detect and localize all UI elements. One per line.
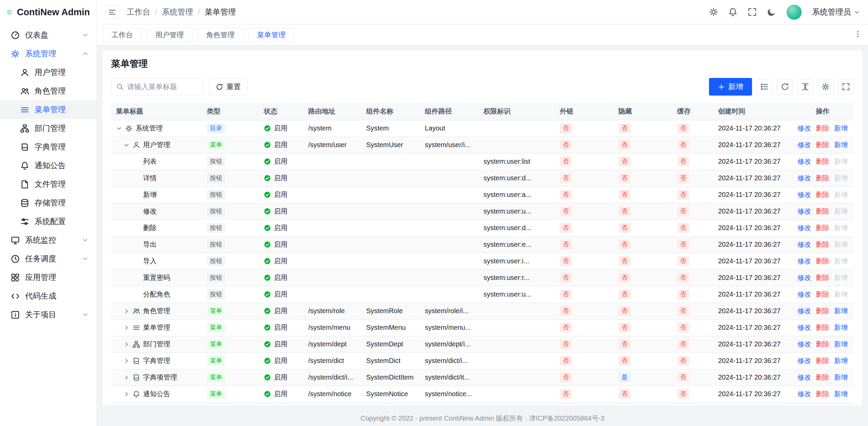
modify-link[interactable]: 修改 — [797, 389, 811, 399]
modify-link[interactable]: 修改 — [797, 340, 811, 349]
tab-more-button[interactable] — [854, 30, 862, 39]
fullscreen-icon[interactable] — [748, 7, 757, 17]
add-link[interactable]: 新增 — [834, 323, 848, 332]
sidebar-subitem[interactable]: 存储管理 — [0, 194, 97, 212]
delete-link[interactable]: 删除 — [816, 240, 829, 249]
delete-link[interactable]: 删除 — [816, 174, 829, 183]
add-button[interactable]: 新增 — [709, 78, 752, 96]
modify-link[interactable]: 修改 — [797, 157, 811, 166]
modify-link[interactable]: 修改 — [797, 356, 811, 365]
user-menu[interactable]: 系统管理员 — [812, 7, 860, 17]
add-link[interactable]: 新增 — [834, 124, 848, 133]
sidebar-item[interactable]: 仪表盘 — [0, 26, 97, 44]
search-input[interactable] — [127, 83, 198, 91]
add-link[interactable]: 新增 — [834, 190, 848, 199]
sidebar-subitem[interactable]: 用户管理 — [0, 63, 97, 82]
chevron-right-icon[interactable] — [123, 308, 130, 314]
modify-link[interactable]: 修改 — [797, 174, 811, 183]
refresh-button[interactable] — [777, 79, 793, 95]
breadcrumb-item[interactable]: 工作台 — [127, 7, 150, 17]
delete-link[interactable]: 删除 — [816, 373, 829, 382]
delete-link[interactable]: 删除 — [816, 290, 829, 299]
modify-link[interactable]: 修改 — [797, 124, 811, 133]
list-view-button[interactable] — [757, 79, 772, 95]
sidebar-item[interactable]: 系统管理 — [0, 44, 97, 63]
chevron-right-icon[interactable] — [123, 391, 130, 397]
modify-link[interactable]: 修改 — [797, 223, 811, 232]
line-height-button[interactable] — [797, 79, 813, 95]
modify-link[interactable]: 修改 — [797, 323, 811, 332]
add-link[interactable]: 新增 — [834, 290, 848, 299]
collapse-sidebar-button[interactable] — [105, 5, 119, 19]
chevron-right-icon[interactable] — [123, 325, 130, 331]
sidebar-subitem[interactable]: 文件管理 — [0, 175, 97, 194]
sidebar-subitem[interactable]: 角色管理 — [0, 82, 97, 100]
add-link[interactable]: 新增 — [834, 223, 848, 232]
sidebar-subitem[interactable]: 菜单管理 — [0, 100, 97, 119]
add-link[interactable]: 新增 — [834, 306, 848, 316]
sidebar-item[interactable]: 应用管理 — [0, 268, 97, 287]
breadcrumb-item[interactable]: 系统管理 — [162, 7, 193, 17]
modify-link[interactable]: 修改 — [797, 290, 811, 299]
chevron-down-icon[interactable] — [116, 125, 122, 131]
avatar[interactable] — [786, 4, 802, 20]
sidebar-item[interactable]: 任务调度 — [0, 249, 97, 268]
delete-link[interactable]: 删除 — [816, 356, 829, 365]
logo[interactable]: ContiNew Admin — [0, 0, 97, 24]
sidebar-subitem[interactable]: 字典管理 — [0, 138, 97, 156]
chevron-right-icon[interactable] — [123, 374, 130, 381]
sidebar-subitem[interactable]: 系统配置 — [0, 212, 97, 231]
modify-link[interactable]: 修改 — [797, 140, 811, 149]
column-settings-button[interactable] — [818, 79, 833, 95]
delete-link[interactable]: 删除 — [816, 257, 829, 266]
tab-item[interactable]: 角色管理 — [198, 28, 243, 42]
reset-button[interactable]: 重置 — [209, 78, 248, 95]
add-link[interactable]: 新增 — [834, 273, 848, 282]
delete-link[interactable]: 删除 — [816, 140, 829, 149]
delete-link[interactable]: 删除 — [816, 223, 829, 232]
add-link[interactable]: 新增 — [834, 140, 848, 149]
delete-link[interactable]: 删除 — [816, 340, 829, 349]
modify-link[interactable]: 修改 — [797, 240, 811, 249]
modify-link[interactable]: 修改 — [797, 207, 811, 216]
sidebar-item[interactable]: 系统监控 — [0, 231, 97, 249]
tab-item[interactable]: 用户管理 — [147, 28, 192, 42]
add-link[interactable]: 新增 — [834, 356, 848, 365]
dark-mode-icon[interactable] — [767, 7, 776, 17]
notification-icon[interactable] — [728, 7, 737, 17]
delete-link[interactable]: 删除 — [816, 157, 829, 166]
add-link[interactable]: 新增 — [834, 257, 848, 266]
modify-link[interactable]: 修改 — [797, 190, 811, 199]
delete-link[interactable]: 删除 — [816, 190, 829, 199]
add-link[interactable]: 新增 — [834, 373, 848, 382]
tab-item[interactable]: 工作台 — [103, 28, 141, 42]
settings-icon[interactable] — [709, 7, 718, 17]
breadcrumb-item[interactable]: 菜单管理 — [205, 7, 236, 17]
modify-link[interactable]: 修改 — [797, 373, 811, 382]
sidebar-item[interactable]: 关于项目 — [0, 305, 97, 324]
add-link[interactable]: 新增 — [834, 340, 848, 349]
chevron-right-icon[interactable] — [123, 341, 130, 347]
modify-link[interactable]: 修改 — [797, 257, 811, 266]
chevron-down-icon[interactable] — [123, 142, 130, 148]
add-link[interactable]: 新增 — [834, 240, 848, 249]
modify-link[interactable]: 修改 — [797, 273, 811, 282]
delete-link[interactable]: 删除 — [816, 389, 829, 399]
chevron-right-icon[interactable] — [123, 358, 130, 364]
delete-link[interactable]: 删除 — [816, 323, 829, 332]
tab-item[interactable]: 菜单管理 — [249, 28, 294, 42]
modify-link[interactable]: 修改 — [797, 306, 811, 316]
sidebar-item[interactable]: 代码生成 — [0, 287, 97, 305]
delete-link[interactable]: 删除 — [816, 124, 829, 133]
delete-link[interactable]: 删除 — [816, 306, 829, 316]
add-link[interactable]: 新增 — [834, 157, 848, 166]
add-link[interactable]: 新增 — [834, 174, 848, 183]
delete-link[interactable]: 删除 — [816, 207, 829, 216]
sidebar-subitem[interactable]: 部门管理 — [0, 119, 97, 138]
sidebar-subitem[interactable]: 通知公告 — [0, 156, 97, 175]
add-link[interactable]: 新增 — [834, 207, 848, 216]
fullscreen-button[interactable] — [838, 79, 854, 95]
search-box[interactable] — [111, 78, 203, 95]
add-link[interactable]: 新增 — [834, 389, 848, 399]
delete-link[interactable]: 删除 — [816, 273, 829, 282]
